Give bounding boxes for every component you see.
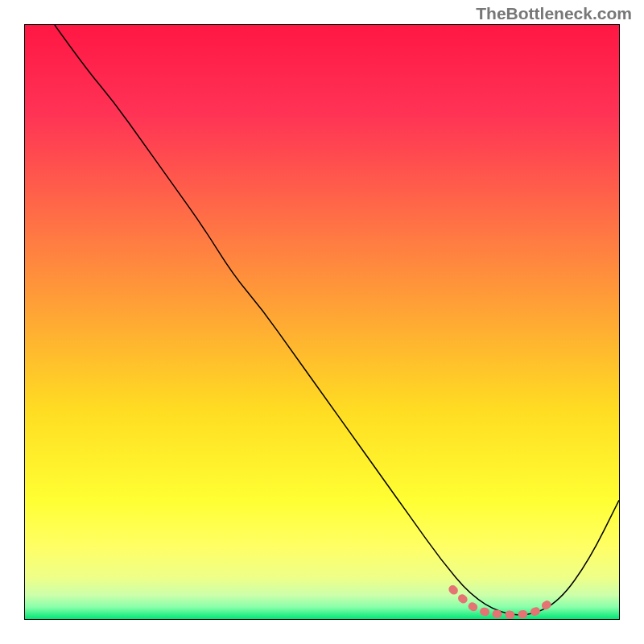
main-curve xyxy=(55,25,619,615)
chart-curves xyxy=(25,25,619,619)
chart-area xyxy=(24,24,620,620)
optimal-marker xyxy=(452,589,547,615)
watermark-text: TheBottleneck.com xyxy=(476,4,632,23)
